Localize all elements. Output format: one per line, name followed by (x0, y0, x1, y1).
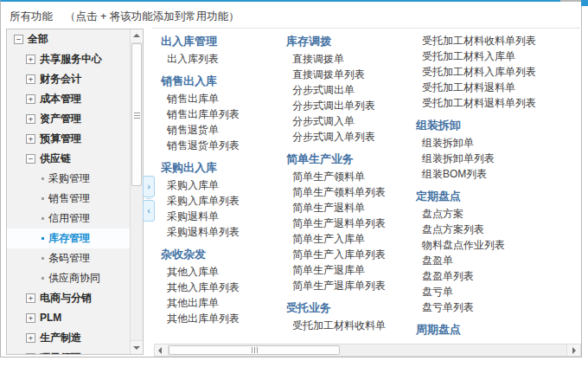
content-divider (152, 28, 582, 29)
function-section: 简单生产业务简单生产领料单简单生产领料单列表简单生产退料单简单生产退料单列表简单… (286, 151, 413, 293)
tree-item-label: 成本管理 (40, 89, 81, 109)
function-section: 周期盘点 (416, 321, 580, 338)
function-link[interactable]: 分步式调出单列表 (286, 98, 413, 113)
function-link[interactable]: 销售退货单 (161, 122, 284, 138)
thumb-grip-icon (254, 347, 255, 353)
scrollbar-thumb[interactable] (131, 43, 142, 186)
tree-item[interactable]: +项目管理 (7, 348, 130, 354)
function-link[interactable]: 盘点方案列表 (416, 222, 580, 237)
expand-icon[interactable]: + (26, 333, 35, 343)
function-link[interactable]: 简单生产入库单列表 (286, 247, 413, 262)
content-hscrollbar[interactable] (154, 344, 581, 357)
scroll-left-button[interactable] (155, 344, 169, 356)
function-link[interactable]: 分步式调入单 (286, 113, 413, 129)
scroll-right-button[interactable] (566, 344, 580, 356)
function-link[interactable]: 盘点方案 (416, 206, 580, 222)
tree-item[interactable]: +电商与分销 (7, 288, 130, 308)
function-link[interactable]: 受托加工材料入库单 (416, 48, 580, 64)
function-link[interactable]: 出入库列表 (161, 51, 284, 67)
expand-icon[interactable]: + (26, 74, 35, 84)
function-link[interactable]: 分步式调出单 (286, 82, 413, 98)
module-tree-panel: −全部+共享服务中心+财务会计+成本管理+资产管理+预算管理−供应链采购管理销售… (6, 29, 144, 355)
function-link[interactable]: 简单生产入库单 (286, 231, 413, 247)
tree-item[interactable]: +成本管理 (7, 89, 130, 109)
expand-icon[interactable]: + (26, 293, 35, 303)
function-link[interactable]: 盘亏单列表 (416, 299, 580, 315)
function-link[interactable]: 采购入库单列表 (161, 193, 284, 209)
function-link[interactable]: 受托加工材料收料单 (286, 318, 413, 333)
function-section: 采购出入库采购入库单采购入库单列表采购退料单采购退料单列表 (161, 159, 284, 240)
function-link[interactable]: 受托加工材料退料单列表 (416, 95, 580, 111)
bullet-icon (42, 237, 44, 240)
tree-item[interactable]: +共享服务中心 (7, 49, 130, 69)
function-link[interactable]: 物料盘点作业列表 (416, 237, 580, 253)
function-link[interactable]: 简单生产领料单列表 (286, 184, 413, 200)
section-title: 库存调拨 (286, 33, 413, 49)
function-link[interactable]: 销售退货单列表 (161, 138, 284, 153)
expand-icon[interactable]: + (26, 353, 35, 354)
tree-item[interactable]: 采购管理 (7, 169, 130, 189)
function-link[interactable]: 受托加工材料入库单列表 (416, 64, 580, 80)
function-link[interactable]: 其他入库单 (161, 264, 284, 280)
function-link[interactable]: 采购退料单列表 (161, 224, 284, 240)
function-link[interactable]: 简单生产退库单列表 (286, 278, 413, 293)
arrow-up-icon (133, 34, 140, 37)
tree-item-label: 信用管理 (48, 209, 90, 229)
function-link[interactable]: 简单生产退料单列表 (286, 216, 413, 231)
tree-item-label: PLM (40, 308, 61, 328)
tree-item[interactable]: −全部 (7, 29, 130, 49)
function-link[interactable]: 分步式调入单列表 (286, 129, 413, 145)
expand-icon[interactable]: + (26, 134, 35, 144)
function-link[interactable]: 简单生产领料单 (286, 169, 413, 184)
hscrollbar-thumb[interactable] (169, 345, 340, 355)
collapse-icon[interactable]: − (26, 154, 35, 164)
tree-item[interactable]: 条码管理 (7, 248, 130, 268)
page-title: 所有功能 (10, 10, 53, 23)
function-link[interactable]: 其他出库单列表 (161, 311, 284, 326)
tree-item[interactable]: +预算管理 (7, 129, 130, 149)
function-link[interactable]: 受托加工材料收料单列表 (416, 33, 580, 48)
tree-item[interactable]: 销售管理 (7, 189, 130, 209)
screen: 所有功能（点击 + 将该功能添加到常用功能） −全部+共享服务中心+财务会计+成… (0, 0, 588, 367)
scroll-up-button[interactable] (131, 29, 143, 43)
function-link[interactable]: 组装拆卸单列表 (416, 151, 580, 166)
tree-item[interactable]: 信用管理 (7, 209, 130, 229)
tree-item[interactable]: +PLM (7, 308, 130, 328)
function-link[interactable]: 销售出库单 (161, 91, 284, 106)
expand-icon[interactable]: + (26, 94, 35, 104)
tree-item[interactable]: +生产制造 (7, 328, 130, 348)
function-link[interactable]: 直接调拨单列表 (286, 67, 413, 82)
bullet-icon (42, 177, 44, 180)
collapse-panel-button[interactable]: ‹ (143, 200, 155, 222)
tree-item[interactable]: 供应商协同 (7, 268, 130, 288)
function-link[interactable]: 组装BOM列表 (416, 166, 580, 182)
function-link[interactable]: 采购入库单 (161, 177, 284, 193)
function-link[interactable]: 其他出库单 (161, 295, 284, 311)
collapse-icon[interactable]: − (14, 35, 23, 44)
function-link[interactable]: 直接调拨单 (286, 51, 413, 67)
function-link[interactable]: 采购退料单 (161, 209, 284, 224)
tree-item[interactable]: +财务会计 (7, 69, 130, 89)
tree-item[interactable]: 库存管理 (7, 229, 130, 248)
expand-panel-button[interactable]: › (143, 176, 155, 197)
function-link[interactable]: 其他入库单列表 (161, 280, 284, 295)
tree-item[interactable]: +资产管理 (7, 109, 130, 129)
function-column: 出入库管理出入库列表销售出入库销售出库单销售出库单列表销售退货单销售退货单列表采… (161, 33, 284, 332)
function-link[interactable]: 盘盈单 (416, 253, 580, 268)
function-link[interactable]: 盘亏单 (416, 284, 580, 299)
function-link[interactable]: 组装拆卸单 (416, 135, 580, 151)
function-link[interactable]: 简单生产退料单 (286, 200, 413, 216)
function-link[interactable]: 盘盈单列表 (416, 268, 580, 284)
function-link[interactable]: 受托加工材料退料单 (416, 80, 580, 95)
tree-item[interactable]: −供应链 (7, 149, 130, 169)
expand-icon[interactable]: + (26, 313, 35, 323)
expand-icon[interactable]: + (26, 114, 35, 124)
expand-icon[interactable]: + (26, 55, 35, 64)
tree-scrollbar[interactable] (130, 29, 143, 354)
function-link[interactable]: 简单生产退库单 (286, 262, 413, 278)
tree-item-label: 预算管理 (40, 129, 81, 149)
function-link[interactable]: 销售出库单列表 (161, 106, 284, 122)
panel-splitter: › ‹ (143, 176, 155, 222)
scroll-down-button[interactable] (131, 340, 143, 354)
section-title: 销售出入库 (161, 73, 284, 89)
